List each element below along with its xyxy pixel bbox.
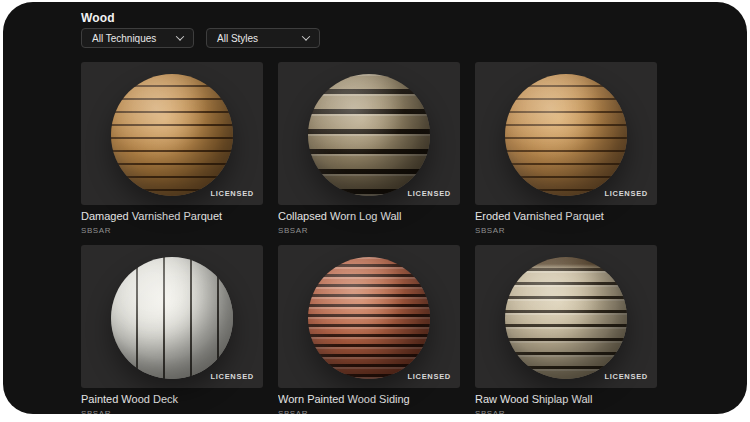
material-format: SBSAR [81, 409, 263, 414]
material-name[interactable]: Raw Wood Shiplap Wall [475, 393, 657, 406]
chevron-down-icon [302, 32, 310, 40]
material-grid: LICENSED Damaged Varnished Parquet SBSAR… [81, 62, 657, 414]
material-preview-tile[interactable]: LICENSED [278, 245, 460, 388]
material-sphere-image [505, 257, 627, 379]
material-card[interactable]: LICENSED Raw Wood Shiplap Wall SBSAR [475, 245, 657, 414]
material-name[interactable]: Collapsed Worn Log Wall [278, 210, 460, 223]
material-sphere-image [111, 257, 233, 379]
material-format: SBSAR [278, 409, 460, 414]
material-format: SBSAR [81, 226, 263, 235]
filter-bar: All Techniques All Styles [81, 28, 320, 48]
material-name[interactable]: Eroded Varnished Parquet [475, 210, 657, 223]
material-card[interactable]: LICENSED Worn Painted Wood Siding SBSAR [278, 245, 460, 414]
material-name[interactable]: Worn Painted Wood Siding [278, 393, 460, 406]
material-preview-tile[interactable]: LICENSED [81, 245, 263, 388]
material-card[interactable]: LICENSED Eroded Varnished Parquet SBSAR [475, 62, 657, 235]
material-sphere-image [308, 74, 430, 196]
material-format: SBSAR [475, 226, 657, 235]
licensed-badge: LICENSED [210, 372, 254, 381]
material-card[interactable]: LICENSED Damaged Varnished Parquet SBSAR [81, 62, 263, 235]
material-format: SBSAR [278, 226, 460, 235]
material-preview-tile[interactable]: LICENSED [81, 62, 263, 205]
asset-library-window: Wood All Techniques All Styles LICENSED … [3, 2, 747, 414]
licensed-badge: LICENSED [604, 189, 648, 198]
material-preview-tile[interactable]: LICENSED [278, 62, 460, 205]
licensed-badge: LICENSED [604, 372, 648, 381]
material-card[interactable]: LICENSED Painted Wood Deck SBSAR [81, 245, 263, 414]
techniques-dropdown[interactable]: All Techniques [81, 28, 194, 48]
material-sphere-image [308, 257, 430, 379]
material-format: SBSAR [475, 409, 657, 414]
material-name[interactable]: Painted Wood Deck [81, 393, 263, 406]
material-preview-tile[interactable]: LICENSED [475, 62, 657, 205]
material-sphere-image [111, 74, 233, 196]
styles-dropdown[interactable]: All Styles [206, 28, 320, 48]
material-sphere-image [505, 74, 627, 196]
material-card[interactable]: LICENSED Collapsed Worn Log Wall SBSAR [278, 62, 460, 235]
styles-dropdown-label: All Styles [217, 33, 258, 44]
page-title: Wood [81, 11, 115, 25]
licensed-badge: LICENSED [407, 372, 451, 381]
licensed-badge: LICENSED [407, 189, 451, 198]
licensed-badge: LICENSED [210, 189, 254, 198]
material-name[interactable]: Damaged Varnished Parquet [81, 210, 263, 223]
chevron-down-icon [176, 32, 184, 40]
material-preview-tile[interactable]: LICENSED [475, 245, 657, 388]
techniques-dropdown-label: All Techniques [92, 33, 156, 44]
